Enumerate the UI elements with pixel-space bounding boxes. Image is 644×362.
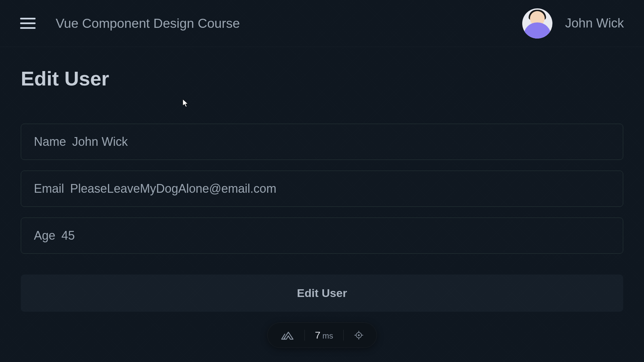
avatar-body	[524, 22, 551, 39]
user-name: John Wick	[565, 16, 624, 31]
email-label: Email	[34, 182, 64, 196]
header-left: Vue Component Design Course	[20, 16, 240, 31]
name-field-row[interactable]: Name	[21, 124, 623, 160]
divider	[343, 330, 343, 341]
name-input[interactable]	[72, 135, 610, 149]
age-label: Age	[34, 229, 55, 243]
hamburger-icon	[20, 18, 36, 19]
inspect-icon[interactable]	[354, 330, 364, 340]
perf-unit: ms	[322, 331, 333, 341]
app-header: Vue Component Design Course John Wick	[0, 0, 644, 47]
name-label: Name	[34, 135, 66, 149]
svg-point-1	[358, 335, 359, 336]
nuxt-icon	[280, 330, 294, 340]
email-field-row[interactable]: Email	[21, 171, 623, 207]
perf-timing: 7 ms	[315, 329, 333, 341]
hamburger-icon	[20, 22, 36, 24]
main-content: Edit User Name Email Age Edit User	[0, 47, 644, 312]
hamburger-icon	[20, 27, 36, 29]
page-title: Edit User	[21, 67, 623, 90]
age-field-row[interactable]: Age	[21, 218, 623, 254]
divider	[305, 330, 305, 341]
edit-user-form: Name Email Age Edit User	[21, 124, 623, 312]
header-right: John Wick	[522, 8, 624, 39]
email-input[interactable]	[70, 182, 610, 196]
edit-user-button[interactable]: Edit User	[21, 275, 623, 312]
age-input[interactable]	[61, 229, 610, 243]
avatar[interactable]	[522, 8, 552, 39]
app-title: Vue Component Design Course	[56, 16, 240, 31]
devtools-bar[interactable]: 7 ms	[267, 322, 377, 348]
perf-value: 7	[315, 329, 321, 341]
menu-button[interactable]	[20, 16, 36, 31]
